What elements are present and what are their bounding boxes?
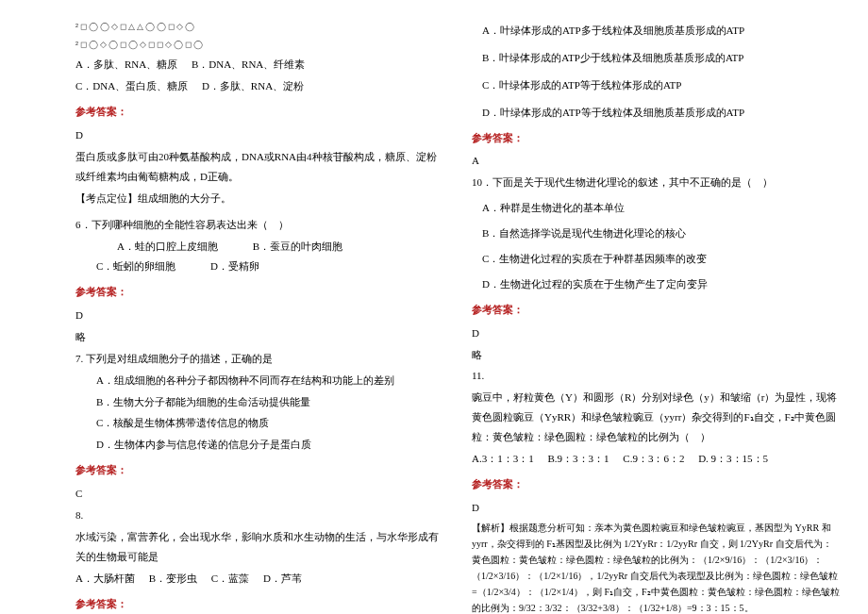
q10-answer-letter: D xyxy=(472,324,840,343)
q10-brief: 略 xyxy=(472,345,840,365)
q8-num: 8. xyxy=(75,506,443,525)
q5-optA: A．多肽、RNA、糖原 xyxy=(75,55,177,75)
q6-answer-header: 参考答案： xyxy=(75,282,443,302)
q8-optB: B．变形虫 xyxy=(149,569,197,589)
q7-answer-letter: C xyxy=(75,484,443,504)
q7-answer-header: 参考答案： xyxy=(75,460,443,480)
q11-stem: 豌豆中，籽粒黄色（Y）和圆形（R）分别对绿色（y）和皱缩（r）为显性，现将黄色圆… xyxy=(472,388,840,447)
q5-options-row1: A．多肽、RNA、糖原 B．DNA、RNA、纤维素 xyxy=(75,55,443,75)
q8-optA: A．大肠杆菌 xyxy=(75,569,135,589)
q5-point: 【考点定位】组成细胞的大分子。 xyxy=(75,189,443,208)
q10-optA: A．种群是生物进化的基本单位 xyxy=(472,198,840,218)
q7-optB: B．生物大分子都能为细胞的生命活动提供能量 xyxy=(75,392,443,412)
q11-answer-header: 参考答案： xyxy=(472,474,840,494)
q8-stem: 水域污染，富营养化，会出现水华，影响水质和水生动物的生活，与水华形成有关的生物最… xyxy=(75,527,443,567)
q6-options: A．蛙的口腔上皮细胞 B．蚕豆的叶肉细胞 C．蚯蚓的卵细胞 D．受精卵 xyxy=(75,237,443,276)
q6-optA: A．蛙的口腔上皮细胞 xyxy=(96,237,218,257)
q11-optA: A.3：1：3：1 xyxy=(472,449,534,469)
q5-answer-letter: D xyxy=(75,125,443,145)
q11-explanation: 【解析】根据题意分析可知：亲本为黄色圆粒豌豆和绿色皱粒豌豆，基因型为 YyRR … xyxy=(472,520,840,614)
q9-optD: D．叶绿体形成的ATP等于线粒体及细胞质基质形成的ATP xyxy=(472,103,840,123)
q5-optC: C．DNA、蛋白质、糖原 xyxy=(75,76,188,96)
q5-explanation: 蛋白质或多肽可由20种氨基酸构成，DNA或RNA由4种核苷酸构成，糖原、淀粉或纤… xyxy=(75,147,443,187)
q7-optD: D．生物体内参与信息传递的信息分子是蛋白质 xyxy=(75,435,443,455)
q6-brief: 略 xyxy=(75,327,443,347)
q6-answer-letter: D xyxy=(75,306,443,325)
q11-num: 11. xyxy=(472,366,840,386)
q10-answer-header: 参考答案： xyxy=(472,300,840,320)
shape-pattern-2: ²◻◯◇◯◻◯◇◻◻◇◯◻◯ xyxy=(75,37,443,53)
q6-optC: C．蚯蚓的卵细胞 xyxy=(75,257,175,276)
right-column: A．叶绿体形成的ATP多于线粒体及细胞质基质形成的ATP B．叶绿体形成的ATP… xyxy=(472,19,840,614)
q11-answer-letter: D xyxy=(472,498,840,518)
q7-optC: C．核酸是生物体携带遗传信息的物质 xyxy=(75,413,443,433)
q11-options: A.3：1：3：1 B.9：3：3：1 C.9：3：6：2 D. 9：3：15：… xyxy=(472,449,840,469)
q9-optC: C．叶绿体形成的ATP等于线粒体形成的ATP xyxy=(472,75,840,95)
q11-optD: D. 9：3：15：5 xyxy=(698,449,768,469)
q5-options-row2: C．DNA、蛋白质、糖原 D．多肽、RNA、淀粉 xyxy=(75,76,443,96)
q9-answer-letter: A xyxy=(472,151,840,171)
q8-optD: D．芦苇 xyxy=(263,569,302,589)
q10-optB: B．自然选择学说是现代生物进化理论的核心 xyxy=(472,224,840,243)
q5-optB: B．DNA、RNA、纤维素 xyxy=(192,55,305,75)
q7-optA: A．组成细胞的各种分子都因物种不同而存在结构和功能上的差别 xyxy=(75,371,443,390)
q8-answer-header: 参考答案： xyxy=(75,594,443,614)
q11-optB: B.9：3：3：1 xyxy=(547,449,609,469)
left-column: ²◻◯◯◇◻△△◯◯◻◇◯ ²◻◯◇◯◻◯◇◻◻◇◯◻◯ A．多肽、RNA、糖原… xyxy=(75,19,443,614)
q5-optD: D．多肽、RNA、淀粉 xyxy=(202,76,304,96)
q6-optB: B．蚕豆的叶肉细胞 xyxy=(232,237,342,257)
q10-stem: 10．下面是关于现代生物进化理论的叙述，其中不正确的是（ ） xyxy=(472,173,840,192)
q6-optD: D．受精卵 xyxy=(190,257,259,276)
q11-optC: C.9：3：6：2 xyxy=(623,449,684,469)
q9-optA: A．叶绿体形成的ATP多于线粒体及细胞质基质形成的ATP xyxy=(472,21,840,41)
q6-stem: 6．下列哪种细胞的全能性容易表达出来（ ） xyxy=(75,215,443,235)
q8-options: A．大肠杆菌 B．变形虫 C．蓝藻 D．芦苇 xyxy=(75,569,443,589)
q9-answer-header: 参考答案： xyxy=(472,128,840,148)
q5-answer-header: 参考答案： xyxy=(75,102,443,122)
q10-optD: D．生物进化过程的实质在于生物产生了定向变异 xyxy=(472,274,840,294)
q7-stem: 7. 下列是对组成细胞分子的描述，正确的是 xyxy=(75,349,443,369)
q8-optC: C．蓝藻 xyxy=(211,569,249,589)
q9-optB: B．叶绿体形成的ATP少于线粒体及细胞质基质形成的ATP xyxy=(472,48,840,68)
q10-optC: C．生物进化过程的实质在于种群基因频率的改变 xyxy=(472,249,840,269)
shape-pattern-1: ²◻◯◯◇◻△△◯◯◻◇◯ xyxy=(75,19,443,35)
